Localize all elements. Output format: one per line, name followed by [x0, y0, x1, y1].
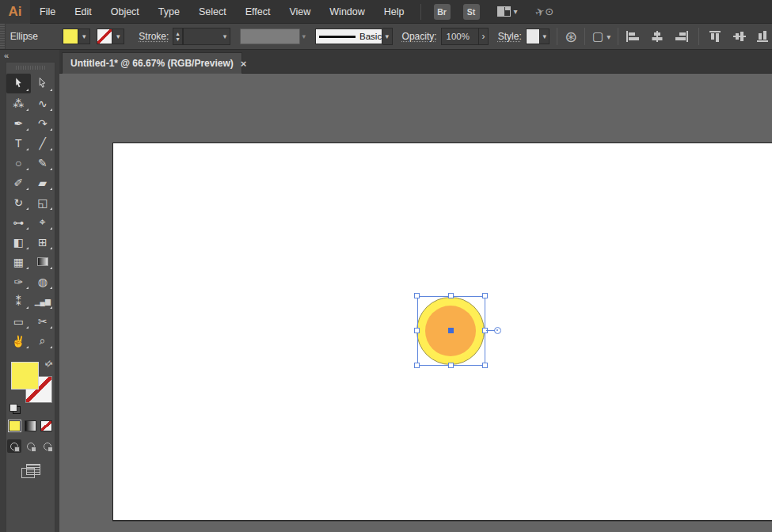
panel-grip[interactable]: [16, 64, 45, 71]
recolor-artwork-icon[interactable]: ⊛: [565, 29, 577, 44]
document-tab[interactable]: Untitled-1* @ 66.67% (RGB/Preview) ×: [62, 52, 242, 74]
chevron-down-icon[interactable]: ▾: [382, 28, 392, 45]
selection-handle[interactable]: [482, 293, 488, 298]
stroke-weight-select[interactable]: ▾: [183, 28, 231, 45]
opacity-label[interactable]: Opacity:: [402, 31, 437, 42]
draw-inside-mode-button[interactable]: [40, 439, 55, 453]
gpu-performance-button[interactable]: ✈ ⊙: [535, 6, 554, 18]
perspective-grid-tool[interactable]: ⊞: [31, 232, 55, 252]
collapse-panel-icon[interactable]: «: [4, 51, 8, 60]
menu-effect[interactable]: Effect: [236, 0, 280, 24]
magic-wand-tool[interactable]: ⁂: [6, 93, 31, 113]
draw-behind-mode-button[interactable]: [24, 439, 38, 453]
fill-proxy-swatch[interactable]: [11, 362, 39, 390]
paintbrush-tool[interactable]: ✎: [31, 153, 55, 173]
none-button[interactable]: [40, 420, 52, 431]
bridge-button[interactable]: Br: [434, 4, 451, 20]
symbol-sprayer-tool[interactable]: ⁑: [6, 291, 31, 311]
mesh-tool[interactable]: ▦: [6, 252, 31, 272]
selection-handle[interactable]: [414, 363, 420, 368]
horizontal-align-left-icon[interactable]: [626, 30, 641, 43]
selection-handle[interactable]: [448, 363, 454, 368]
fill-stroke-proxy: ⇆: [6, 359, 55, 416]
slice-tool[interactable]: ✂: [31, 311, 55, 331]
menu-select[interactable]: Select: [189, 0, 236, 24]
menu-object[interactable]: Object: [101, 0, 149, 24]
canvas-area[interactable]: [59, 74, 772, 532]
lasso-tool-icon: ∿: [38, 97, 48, 110]
horizontal-align-center-icon[interactable]: [649, 30, 665, 43]
rotate-tool[interactable]: ↻: [6, 192, 31, 212]
line-segment-tool-icon: ╱: [40, 137, 46, 150]
color-button[interactable]: [9, 420, 21, 431]
vertical-align-bottom-icon[interactable]: [756, 30, 772, 43]
chevron-down-icon[interactable]: ▾: [78, 28, 90, 44]
fill-color-control[interactable]: ▾: [63, 28, 90, 44]
selection-tool[interactable]: [6, 74, 31, 93]
vertical-align-center-icon[interactable]: [732, 30, 748, 43]
blend-tool[interactable]: ◍: [31, 272, 55, 291]
zoom-tool[interactable]: ⌕: [31, 331, 55, 351]
menu-type[interactable]: Type: [149, 0, 189, 24]
workspace-switcher-icon[interactable]: [497, 6, 511, 17]
stroke-color-control[interactable]: ▾: [97, 28, 124, 44]
selection-handle[interactable]: [414, 293, 420, 298]
chevron-down-icon[interactable]: ▾: [112, 28, 124, 44]
selection-handle[interactable]: [414, 328, 420, 333]
tool-flyout-indicator: [50, 168, 52, 170]
menu-help[interactable]: Help: [375, 0, 414, 24]
menu-file[interactable]: File: [30, 0, 65, 24]
selection-handle[interactable]: [482, 363, 488, 368]
artboard-tool[interactable]: ▭: [6, 311, 31, 331]
vertical-align-top-icon[interactable]: [709, 30, 724, 43]
fill-swatch[interactable]: [63, 28, 78, 44]
chevron-down-icon[interactable]: ▾: [607, 32, 610, 41]
menu-window[interactable]: Window: [320, 0, 374, 24]
default-fill-stroke-icon[interactable]: [10, 404, 21, 414]
type-tool[interactable]: T: [6, 133, 31, 153]
stroke-weight-label[interactable]: Stroke:: [139, 31, 169, 42]
draw-normal-mode-button[interactable]: [7, 439, 21, 453]
variable-width-profile-select: [240, 28, 299, 44]
control-bar-grip[interactable]: [0, 24, 6, 49]
style-label[interactable]: Style:: [498, 31, 522, 42]
opacity-expand-arrow[interactable]: ›: [479, 28, 489, 45]
chevron-down-icon[interactable]: ▾: [540, 28, 550, 44]
screen-mode-control[interactable]: [6, 464, 55, 478]
gradient-tool[interactable]: [31, 252, 55, 272]
stock-button[interactable]: St: [463, 4, 480, 20]
pencil-tool[interactable]: ✐: [6, 173, 31, 192]
brush-definition-select[interactable]: Basic: [315, 28, 382, 44]
stroke-weight-stepper[interactable]: ▴▾: [173, 28, 183, 45]
scale-tool[interactable]: ◱: [31, 192, 55, 212]
stroke-swatch-none[interactable]: [97, 28, 112, 44]
opacity-input[interactable]: 100%: [441, 28, 480, 45]
isolate-object-icon[interactable]: ▢: [592, 29, 603, 44]
menu-edit[interactable]: Edit: [65, 0, 101, 24]
change-screen-mode-icon[interactable]: [21, 464, 40, 478]
gradient-button[interactable]: [25, 420, 36, 431]
eraser-tool[interactable]: ▰: [31, 173, 55, 192]
width-tool[interactable]: ⊶: [6, 212, 31, 232]
graphic-style-swatch[interactable]: [526, 28, 540, 44]
line-segment-tool[interactable]: ╱: [31, 133, 55, 153]
ellipse-tool[interactable]: ○: [6, 153, 31, 173]
horizontal-align-right-icon[interactable]: [673, 30, 689, 43]
puppet-warp-tool[interactable]: ⌖: [31, 212, 55, 232]
pen-tool[interactable]: ✒: [6, 113, 31, 133]
shape-builder-tool[interactable]: ◧: [6, 232, 31, 252]
direct-selection-tool[interactable]: [31, 74, 55, 93]
lasso-tool[interactable]: ∿: [31, 93, 55, 113]
tool-flyout-indicator: [50, 207, 52, 210]
eyedropper-tool[interactable]: ✑: [6, 272, 31, 291]
close-tab-icon[interactable]: ×: [234, 58, 254, 70]
column-graph-tool[interactable]: ▁▄▆: [31, 291, 55, 311]
curvature-tool[interactable]: ↷: [31, 113, 55, 133]
shape-center-point[interactable]: [448, 328, 454, 333]
selection-handle[interactable]: [448, 293, 454, 298]
chevron-down-icon[interactable]: ▾: [514, 7, 518, 16]
hand-tool[interactable]: ✌: [6, 331, 31, 351]
live-shape-rotate-widget[interactable]: [494, 327, 501, 334]
menu-view[interactable]: View: [280, 0, 320, 24]
swap-fill-stroke-icon[interactable]: ⇆: [43, 358, 55, 370]
